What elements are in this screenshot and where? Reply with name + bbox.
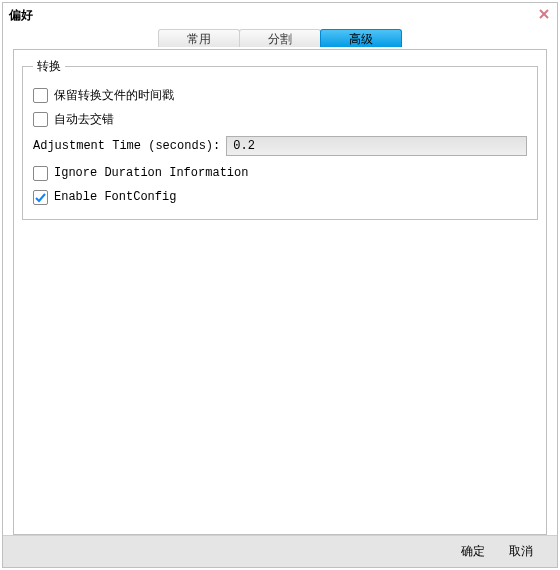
convert-group: 转换 保留转换文件的时间戳 自动去交错 Adjustment Time (sec… [22,58,538,220]
label-auto-deinterlace: 自动去交错 [54,111,114,128]
row-ignore-duration: Ignore Duration Information [33,161,527,185]
checkbox-preserve-timestamp[interactable] [33,88,48,103]
tab-content: 转换 保留转换文件的时间戳 自动去交错 Adjustment Time (sec… [13,49,547,535]
row-enable-fontconfig: Enable FontConfig [33,185,527,209]
row-auto-deinterlace: 自动去交错 [33,107,527,131]
footer: 确定 取消 [3,535,557,567]
checkbox-ignore-duration[interactable] [33,166,48,181]
row-adjustment-time: Adjustment Time (seconds): [33,133,527,159]
checkbox-auto-deinterlace[interactable] [33,112,48,127]
checkbox-enable-fontconfig[interactable] [33,190,48,205]
tab-advanced[interactable]: 高级 [320,29,402,47]
input-adjustment-time[interactable] [226,136,527,156]
label-preserve-timestamp: 保留转换文件的时间戳 [54,87,174,104]
tabbar: 常用 分割 高级 [3,29,557,49]
row-preserve-timestamp: 保留转换文件的时间戳 [33,83,527,107]
group-legend: 转换 [33,58,65,75]
label-enable-fontconfig: Enable FontConfig [54,190,176,204]
tab-common[interactable]: 常用 [158,29,240,47]
window-title: 偏好 [9,7,33,24]
titlebar: 偏好 [3,3,557,27]
label-adjustment-time: Adjustment Time (seconds): [33,139,220,153]
close-icon[interactable] [537,7,551,21]
tab-split[interactable]: 分割 [239,29,321,47]
ok-button[interactable]: 确定 [461,543,485,560]
label-ignore-duration: Ignore Duration Information [54,166,248,180]
preferences-window: 偏好 常用 分割 高级 转换 保留转换文件的时间戳 [2,2,558,568]
cancel-button[interactable]: 取消 [509,543,533,560]
